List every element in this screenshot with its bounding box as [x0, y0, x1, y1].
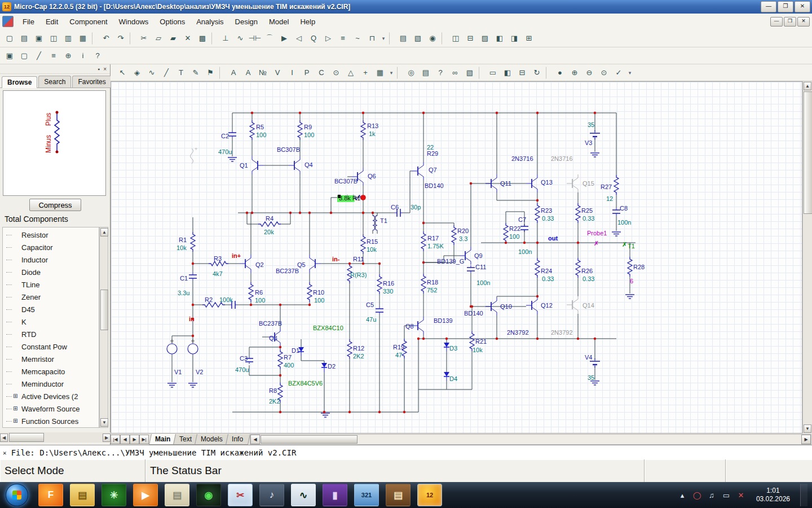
expand-icon[interactable]	[13, 294, 19, 300]
tray-display-icon[interactable]: ▭	[721, 490, 731, 500]
flag-tool-icon[interactable]: ⚑	[204, 66, 217, 80]
restore-button[interactable]: ❐	[778, 1, 793, 12]
expand-icon[interactable]: ⊞	[13, 393, 19, 400]
taskbar-snipping-tool[interactable]: ✂	[228, 484, 253, 506]
expand-icon[interactable]	[13, 381, 19, 387]
cascade-icon[interactable]: ▨	[478, 32, 492, 45]
select-all-icon[interactable]: ▩	[196, 32, 209, 45]
mode-select-icon[interactable]: ▣	[3, 49, 16, 63]
pin-connections-icon[interactable]: ⊙	[329, 66, 343, 80]
new-file-icon[interactable]: ▢	[3, 32, 16, 45]
menu-model[interactable]: Model	[263, 15, 294, 28]
split-horizontal-icon[interactable]: ◧	[493, 32, 506, 45]
optimizer-icon[interactable]: ◉	[426, 32, 439, 45]
taskbar-microcap[interactable]: 12	[417, 484, 442, 506]
sep[interactable]	[479, 67, 484, 79]
wire-diagonal-tool-icon[interactable]: ╱	[160, 66, 173, 80]
expand-icon[interactable]	[13, 369, 19, 375]
tree-item[interactable]: K	[3, 316, 99, 328]
taskbar-green-tool[interactable]: ◉	[196, 484, 221, 506]
info-page-icon[interactable]: ▤	[419, 66, 433, 80]
opamp-component-icon[interactable]: ▷	[321, 32, 335, 45]
tree-item[interactable]: Memcapacito	[3, 365, 99, 378]
taskbar-firefox[interactable]: F	[38, 484, 63, 506]
grid-caret[interactable]: ▾	[388, 66, 395, 80]
menu-analysis[interactable]: Analysis	[191, 15, 229, 28]
expand-icon[interactable]	[13, 306, 19, 313]
resistor-component-icon[interactable]: ∿	[233, 32, 247, 45]
canvas-hscrollbar[interactable]: ◀ ▶	[250, 434, 811, 445]
zener-component-icon[interactable]: ◁	[292, 32, 306, 45]
taskbar-media-player-321[interactable]: 321	[354, 484, 379, 506]
sep[interactable]	[130, 32, 135, 45]
expand-icon[interactable]	[13, 356, 19, 362]
tile-horizontal-icon[interactable]: ⊟	[464, 32, 477, 45]
help-mode-icon[interactable]: ●	[553, 66, 567, 80]
battery-component-icon[interactable]: ≡	[336, 32, 350, 45]
tray-eject-icon[interactable]: ✕	[736, 490, 746, 500]
node-voltages-icon[interactable]: V	[271, 66, 284, 80]
zoom-in-icon[interactable]: ⊕	[568, 66, 581, 80]
inductor-component-icon[interactable]: ⌒	[263, 32, 276, 45]
tools-caret[interactable]: ▾	[626, 66, 633, 80]
taskbar-notes[interactable]: ▤	[165, 484, 189, 506]
sidebar-hscroll-thumb[interactable]	[9, 433, 44, 442]
graphics-tool-icon[interactable]: ✎	[189, 66, 202, 80]
sep[interactable]	[397, 67, 402, 79]
node-numbers-icon[interactable]: №	[256, 66, 270, 80]
menu-component[interactable]: Component	[64, 15, 113, 28]
taskbar-purple-app[interactable]: ▮	[323, 484, 347, 506]
tree-item[interactable]: ⊞ Waveform Source	[3, 402, 99, 415]
taskbar-audio-tool[interactable]: ♪	[259, 484, 284, 506]
rotate-icon[interactable]: ↻	[530, 66, 544, 80]
menu-help[interactable]: Help	[294, 15, 321, 28]
mdi-minimize-button[interactable]: —	[770, 17, 783, 27]
flip-vertical-icon[interactable]: ⊟	[515, 66, 529, 80]
zoom-out-icon[interactable]: ⊖	[582, 66, 596, 80]
print-preview-icon[interactable]: ▥	[61, 32, 75, 45]
select-tool-icon[interactable]: ↖	[116, 66, 129, 80]
powers-icon[interactable]: P	[300, 66, 314, 80]
sep[interactable]	[211, 32, 217, 45]
translate-icon[interactable]: ◫	[47, 32, 60, 45]
hscroll-left-arrow[interactable]: ◀	[250, 435, 260, 444]
mode-step-icon[interactable]: ≡	[47, 49, 60, 63]
expand-icon[interactable]	[13, 269, 19, 275]
cut-icon[interactable]: ✂	[137, 32, 151, 45]
status-close-icon[interactable]: ✕	[3, 449, 7, 457]
tree-item[interactable]: Memristor	[3, 353, 99, 365]
check-icon[interactable]: ✓	[612, 66, 625, 80]
expand-icon[interactable]	[13, 257, 19, 263]
box-tool-icon[interactable]: ▭	[486, 66, 500, 80]
tree-item[interactable]: ⊞ Active Devices (2	[3, 390, 99, 402]
prev-page-button[interactable]: ◀	[120, 435, 130, 444]
conditions-icon[interactable]: C	[315, 66, 328, 80]
menu-options[interactable]: Options	[154, 15, 191, 28]
tab-info[interactable]: Info	[226, 434, 250, 445]
tray-volume-icon[interactable]: ♫	[707, 490, 717, 500]
tree-item[interactable]: ⊞ Function Sources	[3, 415, 99, 427]
capacitor-component-icon[interactable]: ⊣⊢	[248, 32, 262, 45]
sep[interactable]	[442, 32, 447, 45]
mdi-restore-button[interactable]: ❐	[784, 17, 796, 27]
tree-item[interactable]: Capacitor	[3, 241, 99, 253]
mode-zoom-icon[interactable]: ⊕	[61, 49, 75, 63]
open-file-icon[interactable]: ▤	[17, 32, 31, 45]
crosshair-icon[interactable]: +	[359, 66, 372, 80]
canvas-vscrollbar[interactable]: ▲ ▼	[802, 81, 812, 433]
expand-icon[interactable]	[13, 344, 19, 350]
tree-item[interactable]: D45	[3, 303, 99, 316]
tab-search[interactable]: Search	[38, 76, 71, 87]
expand-icon[interactable]	[13, 319, 19, 325]
tree-item[interactable]: Inductor	[3, 253, 99, 266]
menu-edit[interactable]: Edit	[40, 15, 64, 28]
mode-info-icon[interactable]: i	[76, 49, 90, 63]
expand-icon[interactable]	[13, 244, 19, 251]
model-editor-icon[interactable]: ▧	[411, 32, 425, 45]
mode-wire-icon[interactable]: ╱	[32, 49, 46, 63]
start-button[interactable]	[6, 484, 28, 506]
sep[interactable]	[389, 32, 394, 45]
split-vertical-icon[interactable]: ◨	[508, 32, 521, 45]
canvas-vscroll-thumb[interactable]	[804, 91, 812, 214]
canvas-hscroll-thumb[interactable]	[261, 435, 358, 444]
